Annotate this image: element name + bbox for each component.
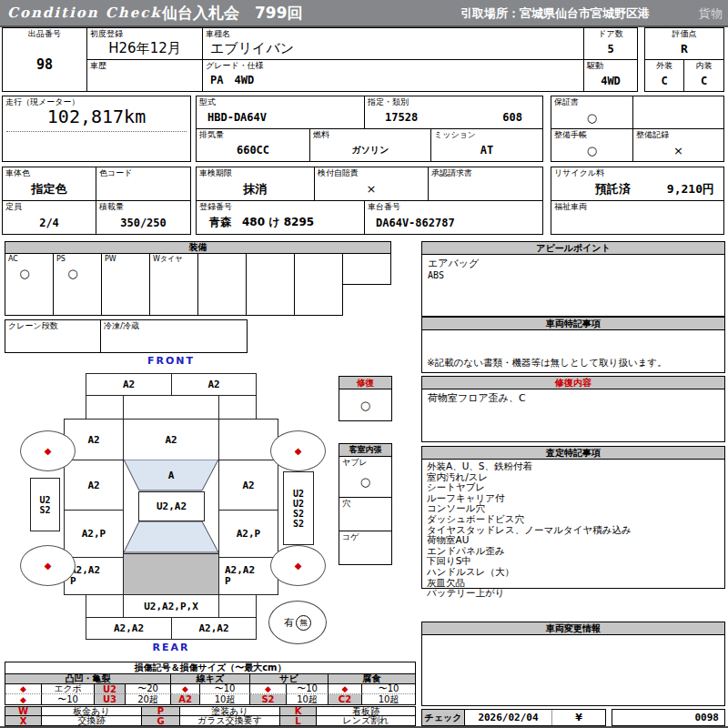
legend-desc: ガラス交換要す xyxy=(180,716,280,725)
panel-left-sill: U2 S2 xyxy=(30,478,60,531)
panel-right-quarter-line: P xyxy=(225,576,231,587)
score-box: 評価点 R 外装 C 内装 C xyxy=(644,27,724,92)
panel-back-panel: U2,A2,P,X xyxy=(123,594,219,618)
appeal-section: アピールポイント エアバッグ ABS xyxy=(421,241,725,317)
displacement-cell: 排気量 660CC xyxy=(197,129,310,161)
legend-diamond-icon: ◆ xyxy=(171,684,200,694)
transmission-cell: ミッション AT xyxy=(431,129,542,161)
panel-rear-bumper-left: A2,A2 xyxy=(86,617,172,640)
wheel-rear-left: ◆ xyxy=(20,545,76,586)
chassis-cell: 車台番号 DA64V-862787 xyxy=(365,201,542,234)
legend-diamond-icon: ◆ xyxy=(5,684,42,694)
equipment-row-2 xyxy=(5,284,343,316)
legend-code-g: G xyxy=(142,716,180,725)
front-label: FRONT xyxy=(86,355,257,367)
panel-left-slide-door: A2,P xyxy=(64,510,124,558)
assessment-line: 荷物室AU xyxy=(427,535,720,546)
legend-desc: 看板跡 xyxy=(317,707,415,716)
fuel-value: ガソリン xyxy=(310,139,430,161)
recycle-values: 預託済 9,210円 xyxy=(551,177,723,200)
capacity-cell: 定員 2/4 xyxy=(3,201,96,234)
check-date: 2026/02/04 xyxy=(478,712,538,723)
legend-cell: 10超 xyxy=(362,694,415,704)
panel-left-sill-line: S2 xyxy=(39,505,50,515)
assessment-header: 査定特記事項 xyxy=(422,447,724,460)
damage-diagram: FRONT A2 A2 A2 A2 A2 A2 A2,P A2,P A2,A2 … xyxy=(0,353,419,667)
title-bar: Condition Check 仙台入札会 799回 引取場所：宮城県仙台市宮城… xyxy=(0,0,728,27)
model-code-cell: 型式 HBD-DA64V xyxy=(197,96,365,129)
check-box: チェック 2026/02/04 ¥ xyxy=(421,709,606,726)
color-code-cell: 色コード xyxy=(96,167,190,201)
wheel-front-right: ◆ xyxy=(270,430,326,471)
body-color-cell: 車体色 指定色 xyxy=(3,167,96,201)
lot-number-value: 98 xyxy=(3,38,86,91)
legend-code-k: K xyxy=(280,707,317,716)
legend-diamond-icon: ◆ xyxy=(5,694,42,704)
appeal-title: アピールポイント xyxy=(536,243,611,253)
legend-cell: 10超 xyxy=(287,694,329,704)
load-value: 350/250 xyxy=(96,211,190,234)
legend-cell: 〜20 xyxy=(126,684,171,694)
legend-code-a2: A2 xyxy=(171,694,200,704)
assessment-line: 外装A、U、S、鉄粉付着 xyxy=(427,461,720,472)
repair-detail-title: 修復内容 xyxy=(555,378,592,388)
equipment-cell-empty xyxy=(247,284,295,315)
check-label: チェック xyxy=(425,712,462,724)
appeal-line: エアバッグ xyxy=(428,258,719,269)
displacement-value: 660CC xyxy=(197,139,309,161)
equipment-cell-empty xyxy=(247,254,295,284)
type-class-cell: 指定・類別 17528 608 xyxy=(365,96,542,129)
transmission-value: AT xyxy=(431,139,542,161)
equipment-row-1: AC○ PS○ PW Wタイヤ xyxy=(5,254,391,285)
assessment-line: バッテリー上がり xyxy=(427,588,720,599)
legend-diamond-icon: ◆ xyxy=(329,684,362,694)
panel-front-bumper-right: A2 xyxy=(171,373,257,396)
pickup-location: 引取場所：宮城県仙台市宮城野区港 xyxy=(460,5,650,22)
equipment-cell-empty xyxy=(295,254,343,284)
maintenance-record-cell: 整備記録 × xyxy=(633,129,723,161)
legend-group-dent: 凸凹・亀裂 xyxy=(5,674,171,684)
panel-left-front-door: A2 xyxy=(64,460,124,511)
rear-label: REAR xyxy=(86,642,257,653)
equipment-cell-empty xyxy=(295,284,342,315)
legend-cell: 〜10 xyxy=(287,684,329,694)
reg-no-cell: 登録番号 青森 480 け 8295 xyxy=(197,201,365,234)
vehicle-notes-disclaimer: ※記載のない書類・機器等は無しとして取り扱います。 xyxy=(427,357,667,369)
first-registration-cell: 初度登録 H26年12月 xyxy=(87,28,203,60)
legend-cell: 〜10 xyxy=(362,684,415,694)
warranty-mark: ○ xyxy=(551,106,632,128)
approval-label: 承認請求書 xyxy=(429,167,542,178)
equipment-title: 装備 xyxy=(189,242,207,252)
legend-desc: レンズ割れ xyxy=(317,716,415,725)
first-registration-value: H26年12月 xyxy=(87,38,202,59)
equipment-cell-empty xyxy=(343,254,390,284)
equipment-header: 装備 xyxy=(5,241,391,254)
sheet-number-box: 0098 xyxy=(612,709,725,726)
check-label-cell: チェック xyxy=(422,710,465,725)
drive-value: 4WD xyxy=(584,70,637,91)
repair-detail-header: 修復内容 xyxy=(422,377,724,389)
crane-box: クレーン段数 xyxy=(5,319,101,353)
registration-box: 車検期限 抹消 検付自賠責 × 承認請求書 登録番号 青森 480 け 8295… xyxy=(196,167,543,235)
type-number: 17528 xyxy=(385,111,418,124)
doors-cell: ドア数 5 xyxy=(584,28,637,60)
legend-group-scratch: 線キズ xyxy=(171,674,250,684)
check-sign-cell: ¥ xyxy=(551,710,605,725)
legend-group-corrosion: 腐食 xyxy=(329,674,415,684)
equipment-mark xyxy=(102,263,140,284)
grade-cell: グレード・仕様 PA 4WD xyxy=(203,60,584,91)
score-cell: 評価点 R xyxy=(645,28,723,60)
panel-right-sill: U2 U2 S2 S2 xyxy=(283,471,314,545)
panel-right-fender xyxy=(218,419,278,460)
assessment-section: 査定特記事項 外装A、U、S、鉄粉付着 室内汚れ/スレ シートヤブレ ルーフキャ… xyxy=(421,446,725,589)
equipment-cell-empty xyxy=(198,284,247,315)
fridge-box: 冷凍/冷蔵 xyxy=(100,319,248,353)
assessment-line: ダッシュボードビス穴 xyxy=(427,514,720,525)
grade-value: PA 4WD xyxy=(203,70,583,91)
appeal-content: エアバッグ ABS xyxy=(422,255,724,284)
equipment-cell-wtire: Wタイヤ xyxy=(150,254,198,284)
rear-window-shape xyxy=(124,521,218,553)
spare-tire-indicator: 有 無 xyxy=(268,601,327,644)
panel-right-sill-line: U2 xyxy=(293,499,304,509)
insurance-cell: 検付自賠責 × xyxy=(315,167,429,201)
